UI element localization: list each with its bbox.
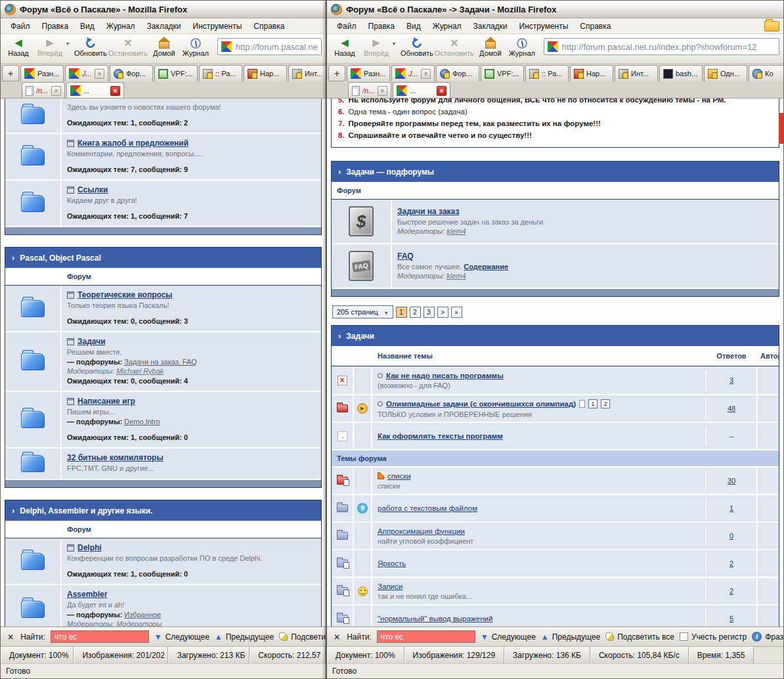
forum-link[interactable]: Ссылки (77, 185, 108, 194)
menu-help[interactable]: Справка (248, 20, 290, 33)
tab-forum[interactable]: Фор... (436, 65, 479, 81)
subforum-link[interactable]: FAQ (397, 252, 414, 261)
replies-link[interactable]: 5 (730, 615, 733, 623)
reload-button[interactable]: Обновить (401, 35, 433, 57)
find-input[interactable]: что ес (51, 630, 149, 643)
topic-link[interactable]: Яркость (378, 559, 406, 567)
find-prev-button[interactable]: Предыдущее (215, 632, 274, 642)
contents-link[interactable]: Содержание (464, 263, 508, 271)
history-button[interactable]: Журнал (181, 35, 211, 57)
tab-int[interactable]: Инт... (615, 65, 658, 81)
go-to-new-icon[interactable] (357, 403, 368, 414)
moderator-link[interactable]: klem4 (446, 227, 466, 235)
tab-razn[interactable]: Разн... (347, 65, 390, 81)
back-forward-dropdown[interactable] (66, 35, 73, 47)
find-prev-button[interactable]: Предыдущее (541, 632, 600, 642)
menu-edit[interactable]: Правка (36, 20, 75, 33)
menu-bookmarks[interactable]: Закладки (468, 20, 513, 33)
moderator-link[interactable]: Michael Rybak (116, 367, 163, 375)
tab-close-icon[interactable] (378, 86, 387, 96)
tab-nar[interactable]: Нар... (244, 65, 287, 81)
topic-page-1[interactable]: 1 (588, 399, 598, 408)
forum-link[interactable]: Задачи (77, 337, 106, 346)
topic-link[interactable]: списки (387, 472, 411, 480)
forward-button[interactable]: Вперёд (35, 35, 65, 57)
moderator-link[interactable]: klem4 (446, 272, 466, 280)
forum-link[interactable]: Написание игр (77, 397, 135, 406)
tab-doc[interactable]: /n... (22, 82, 65, 99)
menu-bookmarks[interactable]: Закладки (141, 20, 187, 33)
menu-file[interactable]: Файл (5, 20, 36, 33)
topic-link[interactable]: Олимпиадные задачи (с окончившихся олимп… (386, 400, 576, 408)
checkbox-icon[interactable] (680, 632, 688, 641)
tab-bash[interactable]: bash... (659, 65, 703, 81)
tab-ra[interactable]: :: Ра... (199, 65, 242, 81)
titlebar[interactable]: Форум «Всё о Паскале» -> Задачи - Mozill… (327, 1, 783, 18)
replies-link[interactable]: 2 (730, 559, 733, 567)
forum-link[interactable]: Теоретические вопросы (77, 290, 173, 299)
page-last[interactable]: » (451, 307, 462, 318)
menu-tools[interactable]: Инструменты (187, 20, 248, 33)
find-close-icon[interactable] (6, 632, 15, 642)
stop-button[interactable]: Остановить (435, 35, 474, 57)
match-case-checkbox[interactable]: Учесть регистр (680, 632, 747, 642)
menu-file[interactable]: Файл (331, 20, 362, 33)
tab-doc[interactable]: /n... (348, 82, 391, 99)
page-3[interactable]: 3 (424, 307, 435, 318)
menu-history[interactable]: Журнал (427, 20, 468, 33)
replies-link[interactable]: 0 (730, 532, 733, 540)
topic-page-2[interactable]: 2 (601, 399, 610, 408)
menu-edit[interactable]: Правка (362, 20, 401, 33)
back-forward-dropdown[interactable] (393, 35, 399, 47)
menu-tools[interactable]: Инструменты (513, 20, 575, 33)
section-header[interactable]: Delphi, Assembler и другие языки. (5, 500, 321, 521)
tab-vpf[interactable]: VPF:... (481, 65, 524, 81)
tab-close-icon-active[interactable] (110, 86, 120, 96)
url-bar[interactable]: http://forum.pascal.ne (217, 38, 322, 55)
tab-odn[interactable]: Одн... (704, 65, 747, 81)
tab-close-icon[interactable] (421, 69, 431, 79)
page-1-current[interactable]: 1 (396, 307, 407, 318)
new-tab-button[interactable] (2, 65, 19, 81)
section-header[interactable]: Pascal, Object Pascal (5, 248, 321, 268)
tab-ra[interactable]: :: Ра... (525, 65, 569, 81)
tab-nar[interactable]: Нар... (570, 65, 613, 81)
titlebar[interactable]: Форум «Всё о Паскале» - Mozilla Firefox (1, 1, 326, 18)
pages-dropdown[interactable]: 205 страниц (332, 305, 393, 318)
forum-link[interactable]: 32 битные компиляторы (67, 453, 163, 462)
page-next[interactable]: > (437, 307, 448, 318)
tab-forum[interactable]: Фор... (110, 65, 153, 81)
highlight-all-button[interactable]: Подсветить все (605, 632, 674, 642)
tab-close-icon-active[interactable] (437, 86, 446, 96)
subforum-link[interactable]: Задачи на заказ (397, 207, 459, 216)
forum-link[interactable]: Книга жалоб и предложений (77, 139, 188, 148)
subforum-links[interactable]: Demo,Intro (124, 418, 160, 426)
tab-ko[interactable]: Ко (749, 65, 783, 81)
replies-link[interactable]: 48 (728, 405, 735, 412)
replies-link[interactable]: 3 (730, 376, 733, 384)
tab-j[interactable]: Ј... (391, 65, 435, 81)
topic-link[interactable]: работа с текстовым файлом (378, 504, 477, 512)
find-input[interactable]: что ес (377, 630, 475, 643)
url-bar[interactable]: http://forum.pascal.net.ru/index.php?sho… (544, 38, 779, 55)
forum-link[interactable]: Assembler (67, 590, 107, 599)
tab-razn[interactable]: Разн... (20, 65, 64, 81)
history-button[interactable]: Журнал (507, 35, 537, 57)
find-close-icon[interactable] (332, 632, 341, 642)
topic-link[interactable]: Аппроксимация функции (378, 527, 465, 535)
menu-view[interactable]: Вид (401, 20, 427, 33)
menu-history[interactable]: Журнал (100, 20, 141, 33)
section-header[interactable]: Задачи — подфорумы (332, 162, 779, 182)
replies-link[interactable]: 1 (730, 504, 733, 512)
topic-link[interactable]: Как не надо писать программы (386, 372, 504, 380)
page-2[interactable]: 2 (410, 307, 421, 318)
new-tab-button[interactable] (328, 65, 345, 81)
topic-link[interactable]: Как оформлять тексты программ (378, 432, 503, 440)
stop-button[interactable]: Остановить (108, 35, 148, 57)
replies-link[interactable]: 2 (730, 587, 733, 595)
tab-j[interactable]: Ј... (65, 65, 108, 81)
subforum-links[interactable]: Задачи на заказ, FAQ (124, 358, 197, 366)
folder-icon[interactable] (764, 21, 779, 32)
tab-active-zadachi[interactable]: ... (393, 82, 450, 99)
moderator-link[interactable]: Модераторы (116, 620, 162, 626)
